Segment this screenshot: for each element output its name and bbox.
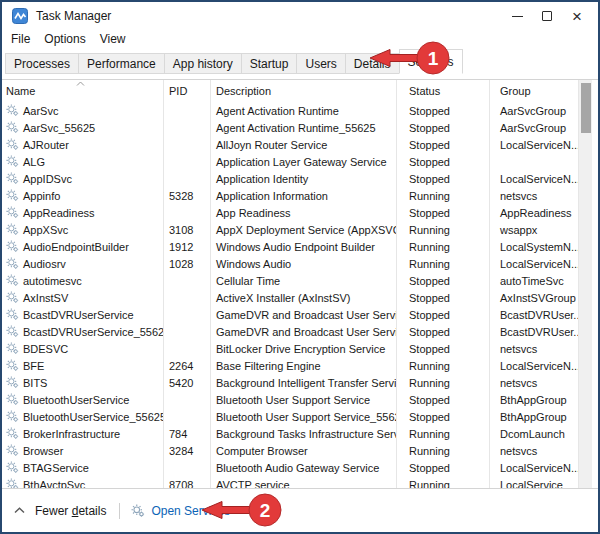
service-description: ActiveX Installer (AxInstSV)	[210, 289, 396, 306]
table-row[interactable]: BFE 2264 Base Filtering Engine Running L…	[2, 357, 598, 374]
window-title: Task Manager	[36, 9, 111, 23]
service-description: Background Intelligent Transfer Servi...	[210, 374, 396, 391]
maximize-button[interactable]	[532, 3, 562, 29]
open-services-button[interactable]: Open Services	[131, 504, 230, 518]
column-header-pid[interactable]: PID	[163, 80, 210, 102]
service-gear-icon	[6, 121, 19, 134]
fewer-details-button[interactable]: Fewer details	[14, 504, 106, 518]
vertical-scrollbar[interactable]	[578, 80, 592, 489]
service-pid: 8708	[163, 476, 210, 489]
table-row[interactable]: AppXSvc 3108 AppX Deployment Service (Ap…	[2, 221, 598, 238]
table-row[interactable]: AJRouter AllJoyn Router Service Stopped …	[2, 136, 598, 153]
service-gear-icon	[6, 138, 19, 151]
tab-users[interactable]: Users	[296, 53, 345, 74]
service-gear-icon	[6, 427, 19, 440]
service-status: Stopped	[396, 323, 489, 340]
tab-details[interactable]: Details	[345, 53, 400, 74]
service-group: netsvcs	[489, 187, 578, 204]
service-name: AudioEndpointBuilder	[23, 241, 129, 253]
column-header-group[interactable]: Group	[489, 80, 578, 102]
service-pid	[163, 153, 210, 170]
service-name: AppXSvc	[23, 224, 68, 236]
table-row[interactable]: AxInstSV ActiveX Installer (AxInstSV) St…	[2, 289, 598, 306]
service-description: Application Identity	[210, 170, 396, 187]
column-divider	[210, 80, 211, 488]
tab-app-history[interactable]: App history	[164, 53, 242, 74]
table-row[interactable]: BDESVC BitLocker Drive Encryption Servic…	[2, 340, 598, 357]
service-name: BcastDVRUserService	[23, 309, 134, 321]
service-status: Stopped	[396, 459, 489, 476]
service-gear-icon	[6, 376, 19, 389]
table-row[interactable]: AarSvc Agent Activation Runtime Stopped …	[2, 102, 598, 119]
scrollbar-thumb[interactable]	[581, 83, 591, 133]
service-description: Windows Audio	[210, 255, 396, 272]
service-group: LocalService	[489, 476, 578, 489]
service-status: Stopped	[396, 170, 489, 187]
table-row[interactable]: BITS 5420 Background Intelligent Transfe…	[2, 374, 598, 391]
tab-startup[interactable]: Startup	[241, 53, 298, 74]
table-row[interactable]: ALG Application Layer Gateway Service St…	[2, 153, 598, 170]
table-row[interactable]: Browser 3284 Computer Browser Running ne…	[2, 442, 598, 459]
title-bar: Task Manager ×	[2, 2, 598, 30]
tab-processes[interactable]: Processes	[5, 53, 79, 74]
maximize-icon	[542, 11, 552, 21]
service-status: Running	[396, 357, 489, 374]
service-name: AxInstSV	[23, 292, 68, 304]
table-row[interactable]: BrokerInfrastructure 784 Background Task…	[2, 425, 598, 442]
service-status: Stopped	[396, 102, 489, 119]
service-name: BTAGService	[23, 462, 89, 474]
service-gear-icon	[6, 223, 19, 236]
table-row[interactable]: AarSvc_55625 Agent Activation Runtime_55…	[2, 119, 598, 136]
service-group: netsvcs	[489, 340, 578, 357]
service-pid	[163, 119, 210, 136]
service-group: AxInstSVGroup	[489, 289, 578, 306]
service-name: BluetoothUserService	[23, 394, 129, 406]
tab-services[interactable]: Services	[399, 49, 463, 74]
service-description: Base Filtering Engine	[210, 357, 396, 374]
service-description: AVCTP service	[210, 476, 396, 489]
service-description: Cellular Time	[210, 272, 396, 289]
menu-item-view[interactable]: View	[93, 32, 133, 46]
open-services-label: Open Services	[151, 504, 230, 518]
service-pid	[163, 459, 210, 476]
minimize-button[interactable]	[502, 3, 532, 29]
service-name: Browser	[23, 445, 63, 457]
service-description: Bluetooth Audio Gateway Service	[210, 459, 396, 476]
menu-item-file[interactable]: File	[11, 32, 37, 46]
service-pid: 5328	[163, 187, 210, 204]
service-pid	[163, 306, 210, 323]
table-row[interactable]: Appinfo 5328 Application Information Run…	[2, 187, 598, 204]
service-gear-icon	[6, 461, 19, 474]
service-group: BthAppGroup	[489, 408, 578, 425]
service-status: Running	[396, 255, 489, 272]
service-description: App Readiness	[210, 204, 396, 221]
service-name: AJRouter	[23, 139, 69, 151]
table-row[interactable]: BluetoothUserService Bluetooth User Supp…	[2, 391, 598, 408]
service-pid: 3284	[163, 442, 210, 459]
table-row[interactable]: Audiosrv 1028 Windows Audio Running Loca…	[2, 255, 598, 272]
table-row[interactable]: BluetoothUserService_55625 Bluetooth Use…	[2, 408, 598, 425]
service-gear-icon	[6, 359, 19, 372]
column-header-description[interactable]: Description	[210, 80, 396, 102]
tab-performance[interactable]: Performance	[78, 53, 165, 74]
table-row[interactable]: BcastDVRUserService GameDVR and Broadcas…	[2, 306, 598, 323]
table-row[interactable]: BTAGService Bluetooth Audio Gateway Serv…	[2, 459, 598, 476]
minimize-icon	[512, 16, 523, 17]
table-row[interactable]: AppReadiness App Readiness Stopped AppRe…	[2, 204, 598, 221]
task-manager-window: Task Manager × FileOptionsView Processes…	[0, 0, 600, 534]
service-status: Stopped	[396, 408, 489, 425]
service-name: autotimesvc	[23, 275, 82, 287]
column-header-status[interactable]: Status	[396, 80, 489, 102]
service-gear-icon	[6, 308, 19, 321]
table-row[interactable]: AppIDSvc Application Identity Stopped Lo…	[2, 170, 598, 187]
service-pid: 784	[163, 425, 210, 442]
table-row[interactable]: autotimesvc Cellular Time Stopped autoTi…	[2, 272, 598, 289]
service-description: BitLocker Drive Encryption Service	[210, 340, 396, 357]
table-row[interactable]: BcastDVRUserService_55625 GameDVR and Br…	[2, 323, 598, 340]
table-row[interactable]: AudioEndpointBuilder 1912 Windows Audio …	[2, 238, 598, 255]
service-group: BcastDVRUser...	[489, 306, 578, 323]
menu-item-options[interactable]: Options	[37, 32, 92, 46]
service-status: Stopped	[396, 119, 489, 136]
table-row[interactable]: BthAvctpSvc 8708 AVCTP service Running L…	[2, 476, 598, 489]
close-button[interactable]: ×	[562, 3, 592, 29]
